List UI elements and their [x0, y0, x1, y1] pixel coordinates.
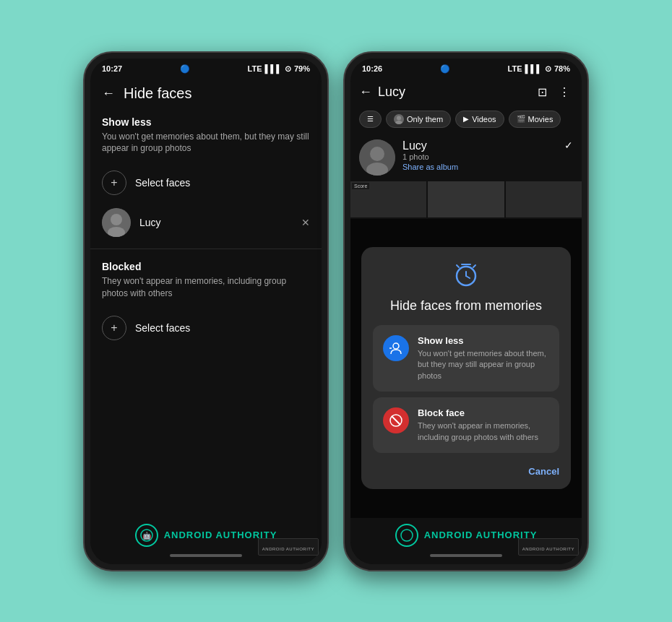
svg-text:🤖: 🤖 — [142, 531, 152, 540]
dialog-alarm-icon — [453, 262, 479, 293]
filter-chips: ☰ Only them ▶ Videos 🎬 Movies — [350, 108, 582, 134]
face-item-lucy: Lucy ✕ — [90, 202, 322, 243]
dialog-header: Hide faces from memories — [373, 262, 559, 314]
svg-line-13 — [466, 276, 470, 278]
wifi-right: ⊙ — [545, 64, 551, 74]
status-right-right: LTE ▌▌▌ ⊙ 78% — [508, 64, 570, 74]
filter-chip-videos[interactable]: ▶ Videos — [455, 111, 504, 128]
movies-label: Movies — [528, 115, 553, 124]
videos-label: Videos — [472, 115, 496, 124]
only-them-label: Only them — [407, 115, 443, 124]
select-faces-blocked[interactable]: + Select faces — [90, 308, 322, 347]
score-badge: Score — [352, 183, 369, 189]
select-faces-top[interactable]: + Select faces — [90, 163, 322, 202]
signal-left: 🔵 — [180, 64, 190, 74]
dialog-option-show-less[interactable]: Show less You won't get memories about t… — [373, 325, 559, 392]
show-less-option-title: Show less — [418, 335, 549, 346]
lucy-page-title: Lucy — [378, 85, 529, 100]
share-album-link[interactable]: Share as album — [402, 163, 557, 171]
svg-line-14 — [457, 265, 459, 267]
show-less-title: Show less — [90, 111, 322, 131]
wifi-left: ⊙ — [285, 64, 291, 74]
show-less-icon — [383, 335, 409, 361]
filter-chip-all[interactable]: ☰ — [359, 111, 382, 128]
remove-lucy-button[interactable]: ✕ — [301, 217, 310, 228]
small-watermark-left: ANDROID AUTHORITY — [258, 538, 319, 556]
select-faces-label-blocked: Select faces — [135, 322, 190, 334]
block-face-option-desc: They won't appear in memories, including… — [418, 420, 549, 443]
phone-right-screen: 10:26 🔵 LTE ▌▌▌ ⊙ 78% ← Lucy ⊡ ⋮ ☰ — [350, 59, 582, 564]
watermark-logo-right — [395, 524, 418, 547]
photo-cell-3 — [506, 181, 582, 217]
svg-point-21 — [401, 530, 413, 541]
photo-cell-1: Score — [350, 181, 426, 217]
profile-name: Lucy — [402, 139, 557, 152]
checkmark-icon: ✓ — [564, 139, 573, 151]
movies-icon: 🎬 — [517, 115, 525, 123]
divider-1 — [90, 249, 322, 249]
time-left: 10:27 — [102, 64, 122, 73]
block-face-icon — [383, 407, 409, 433]
photo-cell-2 — [428, 181, 504, 217]
network-left: LTE — [248, 64, 262, 73]
small-watermark-right: ANDROID AUTHORITY — [518, 538, 579, 556]
cancel-button[interactable]: Cancel — [528, 466, 559, 477]
profile-section: Lucy 1 photo Share as album ✓ — [350, 134, 582, 181]
lucy-topbar: ← Lucy ⊡ ⋮ — [350, 77, 582, 108]
dialog-option-block-face[interactable]: Block face They won't appear in memories… — [373, 397, 559, 453]
videos-icon: ▶ — [463, 115, 469, 123]
status-right-left: LTE ▌▌▌ ⊙ 79% — [248, 64, 310, 74]
dialog-cancel-area: Cancel — [373, 459, 559, 478]
dialog-title: Hide faces from memories — [390, 298, 542, 314]
signal-right: 🔵 — [440, 64, 450, 74]
menu-button[interactable]: ⋮ — [556, 82, 573, 102]
battery-left: 79% — [294, 64, 310, 73]
page-title-left: Hide faces — [124, 85, 192, 102]
svg-line-15 — [473, 265, 475, 267]
svg-point-9 — [370, 147, 384, 161]
circle-plus-top: + — [102, 170, 126, 195]
home-indicator-left — [170, 554, 242, 557]
hide-faces-topbar: ← Hide faces — [90, 77, 322, 111]
back-button-left[interactable]: ← — [102, 86, 115, 101]
profile-info: Lucy 1 photo Share as album — [402, 139, 557, 171]
svg-point-17 — [393, 343, 399, 349]
lucy-name: Lucy — [139, 217, 293, 228]
watermark-logo-left: 🤖 — [135, 524, 158, 547]
dialog-overlay: Hide faces from memories — [350, 219, 582, 518]
filter-chip-only-them[interactable]: Only them — [386, 111, 451, 128]
show-less-desc: You won't get memories about them, but t… — [90, 131, 322, 164]
svg-line-20 — [392, 416, 400, 425]
filter-icon: ☰ — [367, 115, 374, 123]
status-bar-left: 10:27 🔵 LTE ▌▌▌ ⊙ 79% — [90, 59, 322, 77]
signal-bars-right: ▌▌▌ — [525, 64, 542, 73]
filter-chip-movies[interactable]: 🎬 Movies — [509, 111, 561, 128]
content-area: Hide faces from memories — [350, 219, 582, 518]
phone-left-screen: 10:27 🔵 LTE ▌▌▌ ⊙ 79% ← Hide faces Show … — [90, 59, 322, 564]
phone-right: 10:26 🔵 LTE ▌▌▌ ⊙ 78% ← Lucy ⊡ ⋮ ☰ — [343, 51, 589, 571]
network-right: LTE — [508, 64, 522, 73]
select-faces-label-top: Select faces — [135, 177, 190, 189]
chip-avatar — [394, 114, 404, 124]
home-indicator-right — [430, 554, 502, 557]
svg-point-6 — [397, 116, 401, 120]
app-content-left: Show less You won't get memories about t… — [90, 111, 322, 518]
time-right: 10:26 — [362, 64, 382, 73]
block-face-content: Block face They won't appear in memories… — [418, 407, 549, 443]
block-face-option-title: Block face — [418, 407, 549, 418]
phone-left: 10:27 🔵 LTE ▌▌▌ ⊙ 79% ← Hide faces Show … — [83, 51, 329, 571]
profile-avatar — [359, 139, 395, 176]
lucy-avatar — [102, 208, 131, 237]
blocked-title: Blocked — [90, 255, 322, 275]
hide-faces-dialog: Hide faces from memories — [361, 247, 571, 489]
profile-count: 1 photo — [402, 152, 557, 161]
circle-plus-blocked: + — [102, 316, 126, 340]
back-button-right[interactable]: ← — [359, 85, 372, 100]
cast-button[interactable]: ⊡ — [535, 82, 550, 102]
show-less-content: Show less You won't get memories about t… — [418, 335, 549, 381]
svg-point-1 — [111, 214, 122, 225]
status-bar-right: 10:26 🔵 LTE ▌▌▌ ⊙ 78% — [350, 59, 582, 77]
battery-right: 78% — [554, 64, 570, 73]
show-less-option-desc: You won't get memories about them, but t… — [418, 348, 549, 381]
signal-bars-left: ▌▌▌ — [265, 64, 282, 73]
